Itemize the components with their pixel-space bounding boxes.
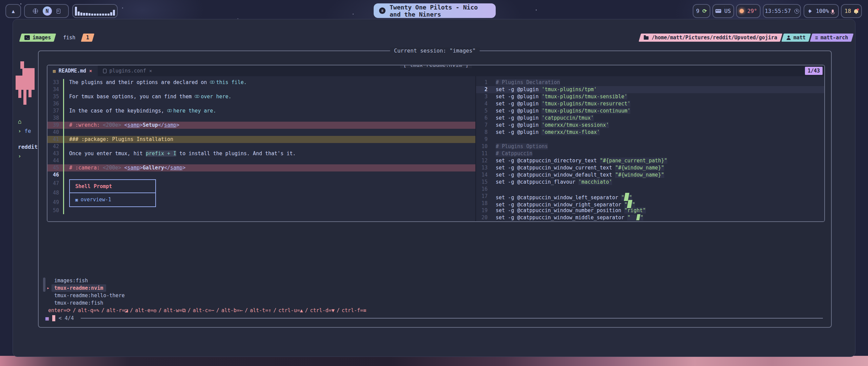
table-header: Shell Prompt: [70, 180, 155, 193]
keybind-hint: ctrl-f=≡: [342, 307, 366, 313]
terminal-window: ⌂ › fe reddit/U › ›_ images fish 1 /home…: [13, 19, 855, 357]
spark-bar: [83, 13, 85, 16]
refresh-icon: ⟳: [703, 8, 707, 14]
now-playing-label: Twenty One Pilots - Nico and the Niners: [390, 4, 490, 18]
weather-widget[interactable]: 29°: [736, 4, 761, 18]
code-line: 44: [47, 157, 475, 164]
sparkline-widget[interactable]: [72, 4, 118, 18]
spark-bar: [107, 14, 110, 16]
keybind-hint: alt-w=⧉: [164, 307, 186, 313]
tmux-window-images[interactable]: ›_ images: [19, 34, 56, 42]
top-bar: ▲ N ≡ Twenty One Pilots - Nico and the N…: [0, 0, 868, 19]
session-item[interactable]: images:fish: [45, 277, 823, 284]
file-icon: [103, 69, 106, 73]
code-line: 36: [47, 100, 475, 107]
picker-help-line: enter=⟳/alt-q=✎/alt-r=◪/alt-e=◎/alt-w=⧉/…: [45, 307, 823, 314]
tab-readme[interactable]: ▤ README.md ×: [47, 65, 98, 76]
close-tab-icon[interactable]: ×: [89, 68, 92, 74]
temperature-label: 29°: [747, 8, 757, 14]
code-line: 41### :package: Plugins Installation: [47, 136, 475, 143]
picker-prompt[interactable]: ▦ < 4/4: [45, 314, 823, 322]
launcher-button[interactable]: ▲: [5, 4, 21, 18]
code-line: 37In the case of the keybindings, here t…: [47, 107, 475, 115]
notes-icon[interactable]: [57, 9, 60, 14]
session-item[interactable]: tmux-readme:hello-there: [45, 292, 823, 299]
layout-label: US: [724, 8, 731, 14]
now-playing-widget[interactable]: ≡ Twenty One Pilots - Nico and the Niner…: [374, 3, 496, 18]
code-line: 50: [47, 207, 475, 214]
markdown-table-block: 474849Shell Prompt▣overview-1: [47, 179, 475, 207]
code-line: 5set -g @plugin 'tmux-plugins/tmux-conti…: [476, 107, 824, 115]
speaker-icon: [809, 9, 813, 13]
spark-bar: [88, 13, 91, 16]
spark-bar: [91, 14, 93, 16]
code-line: 11# Catppuccin: [476, 150, 824, 157]
spark-bar: [78, 12, 80, 16]
home-icon: ⌂: [18, 118, 22, 125]
wallpaper-bottom: [0, 356, 868, 366]
session-label: tmux-readme:hello-there: [52, 292, 127, 299]
browser-icon[interactable]: [33, 8, 38, 14]
tab-plugins-conf[interactable]: plugins.conf ×: [98, 65, 158, 76]
code-line: 34: [47, 86, 475, 93]
picker-scrollbar[interactable]: [43, 278, 45, 292]
spark-bar: [94, 14, 96, 16]
session-item[interactable]: ▸tmux-readme:nvim: [45, 284, 823, 292]
updates-widget[interactable]: 9 ⟳: [693, 4, 710, 18]
clock-widget[interactable]: 13:55:57: [763, 4, 801, 18]
code-line: 20set -g @catppuccin_window_middle_separ…: [476, 214, 824, 221]
keybind-hint: ctrl-u=▲: [278, 307, 303, 313]
buffer-indicator: 1/43: [805, 67, 823, 75]
link-icon: [167, 109, 172, 113]
spark-bar: [113, 10, 115, 16]
session-preview-pane: [ tmux-readme:nvim ] ▤ README.md × plugi…: [47, 65, 825, 222]
code-line: 2set -g @plugin 'tmux-plugins/tpm': [476, 86, 824, 93]
table-cell-link[interactable]: ▣overview-1: [70, 193, 155, 206]
launcher-arrow-icon: ▲: [12, 8, 15, 14]
markdown-file-icon: ▤: [53, 68, 56, 74]
neovim-icon[interactable]: N: [43, 6, 52, 16]
session-picker: images:fish▸tmux-readme:nvimtmux-readme:…: [45, 277, 823, 322]
keyboard-layout-widget[interactable]: US: [712, 4, 734, 18]
code-line: 7set -g @plugin 'omerxx/tmux-sessionx': [476, 122, 824, 129]
audio-widget[interactable]: 100%: [804, 4, 839, 18]
spark-bar: [75, 7, 77, 16]
tmux-window-1[interactable]: 1: [81, 34, 95, 42]
code-line: 1# Plugins Declaration: [476, 79, 824, 86]
sparkline-chart: [75, 6, 115, 16]
notification-count: 18: [845, 8, 851, 14]
code-line: 33The plugins and their options are decl…: [47, 79, 475, 86]
tmux-user-segment: matt: [782, 34, 811, 42]
sessionx-popup: Current session: "images" [ tmux-readme:…: [38, 50, 832, 328]
spark-bar: [86, 13, 88, 16]
session-item[interactable]: tmux-readme:fish: [45, 299, 823, 307]
code-line: 39# :wrench: <200e> <samp>Setup</samp>: [47, 122, 475, 129]
nvim-pane-plugins[interactable]: 1# Plugins Declaration2set -g @plugin 't…: [475, 76, 824, 221]
code-line: 16: [476, 186, 824, 193]
image-icon: ▣: [75, 193, 78, 206]
taskbar-apps: N: [24, 4, 69, 18]
tmux-window-fish[interactable]: fish: [58, 35, 80, 41]
notifications-widget[interactable]: 18: [841, 4, 862, 18]
grid-icon: ▦: [45, 315, 49, 322]
close-tab-icon[interactable]: ×: [149, 68, 152, 74]
match-counter: < 4/4: [59, 315, 74, 321]
code-line: 19set -g @catppuccin_window_number_posit…: [476, 207, 824, 214]
keybind-hint: alt-b=←: [221, 307, 243, 313]
typed-command: fe: [24, 128, 31, 134]
code-line: 42: [47, 143, 475, 150]
tmux-host-segment: ≡ matt-arch: [810, 34, 854, 42]
nvim-pane-readme[interactable]: 33The plugins and their options are decl…: [47, 76, 475, 221]
tmux-path-segment: /home/matt/Pictures/reddit/Upvoted/gojir…: [638, 34, 782, 42]
spark-bar: [105, 14, 107, 16]
tmux-status-bar: ›_ images fish 1 /home/matt/Pictures/red…: [13, 33, 855, 42]
code-line: 8set -g @plugin 'omerxx/tmux-floax': [476, 129, 824, 136]
volume-label: 100%: [816, 8, 829, 14]
time-label: 13:55:57: [765, 8, 791, 14]
updates-count: 9: [696, 8, 699, 14]
code-line: 14set -g @catppuccin_window_default_text…: [476, 171, 824, 179]
code-line: 9: [476, 136, 824, 143]
session-label: tmux-readme:nvim: [52, 284, 106, 292]
code-line: 38: [47, 115, 475, 122]
spotify-icon: ≡: [379, 7, 386, 14]
